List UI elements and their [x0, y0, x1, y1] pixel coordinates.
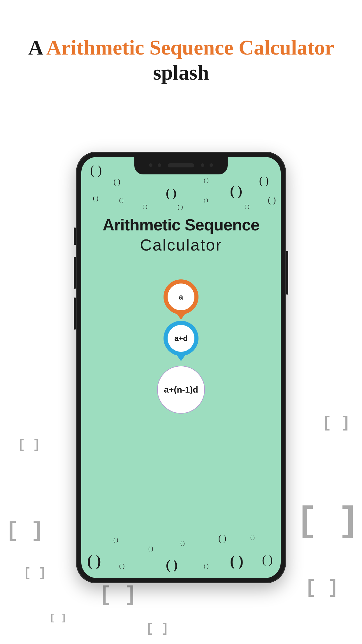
title-orange: Arithmetic Sequence Calculator — [46, 36, 334, 59]
bracket-decoration-icon: [ ] — [23, 566, 46, 580]
bubble-a: a — [164, 279, 198, 314]
parentheses-icon: ( ) — [204, 563, 209, 569]
parentheses-icon: ( ) — [166, 186, 177, 200]
app-title-bold: Arithmetic Sequence — [103, 216, 259, 234]
phone-mockup: ( ) ( ) ( ) ( ) ( ) ( ) ( ) ( ) ( ) ( ) … — [76, 152, 286, 583]
parentheses-icon: ( ) — [180, 541, 185, 546]
app-title: Arithmetic Sequence Calculator — [81, 215, 281, 254]
parentheses-icon: ( ) — [230, 183, 242, 199]
bubble-formula: a+(n-1)d — [157, 366, 205, 414]
parentheses-icon: ( ) — [250, 535, 255, 540]
phone-side-button — [74, 228, 76, 245]
parentheses-icon: ( ) — [204, 177, 209, 183]
parentheses-icon: ( ) — [148, 546, 153, 552]
bracket-decoration-icon: [ ] — [322, 414, 350, 432]
title-a: A — [28, 36, 42, 59]
parentheses-icon: ( ) — [93, 195, 98, 202]
bubble-ad: a+d — [164, 321, 198, 356]
parentheses-icon: ( ) — [90, 163, 102, 178]
bracket-decoration-icon: [ ] — [99, 583, 137, 607]
parentheses-icon: ( ) — [204, 198, 208, 203]
bracket-decoration-icon: [ ] — [146, 621, 169, 636]
parentheses-icon: ( ) — [113, 177, 120, 186]
parentheses-icon: ( ) — [87, 552, 101, 569]
parentheses-icon: ( ) — [268, 195, 276, 205]
sequence-bubbles: a a+d a+(n-1)d — [157, 279, 205, 414]
promo-title: A Arithmetic Sequence Calculator splash — [0, 0, 362, 85]
phone-side-button — [286, 251, 288, 295]
parentheses-icon: ( ) — [166, 557, 178, 572]
parentheses-icon: ( ) — [245, 204, 249, 210]
phone-side-button — [74, 257, 76, 289]
title-splash: splash — [153, 61, 209, 84]
bubble-a-label: a — [168, 284, 194, 310]
parentheses-icon: ( ) — [259, 174, 269, 187]
bracket-decoration-icon: [ ] — [6, 519, 44, 543]
parentheses-icon: ( ) — [230, 552, 243, 569]
parentheses-icon: ( ) — [119, 198, 124, 203]
bracket-decoration-icon: [ ] — [305, 578, 339, 598]
app-title-light: Calculator — [81, 235, 281, 254]
parentheses-icon: ( ) — [218, 533, 226, 543]
phone-side-button — [74, 298, 76, 330]
bracket-decoration-icon: [ ] — [296, 502, 359, 541]
bubble-ad-label: a+d — [168, 325, 194, 352]
splash-screen: ( ) ( ) ( ) ( ) ( ) ( ) ( ) ( ) ( ) ( ) … — [81, 157, 281, 578]
parentheses-icon: ( ) — [113, 537, 118, 543]
bracket-decoration-icon: [ ] — [17, 438, 41, 452]
parentheses-icon: ( ) — [262, 553, 273, 566]
parentheses-icon: ( ) — [119, 563, 124, 569]
parentheses-icon: ( ) — [143, 204, 147, 210]
bracket-decoration-icon: [ ] — [50, 612, 66, 623]
parentheses-icon: ( ) — [178, 204, 183, 210]
phone-notch — [134, 157, 228, 174]
